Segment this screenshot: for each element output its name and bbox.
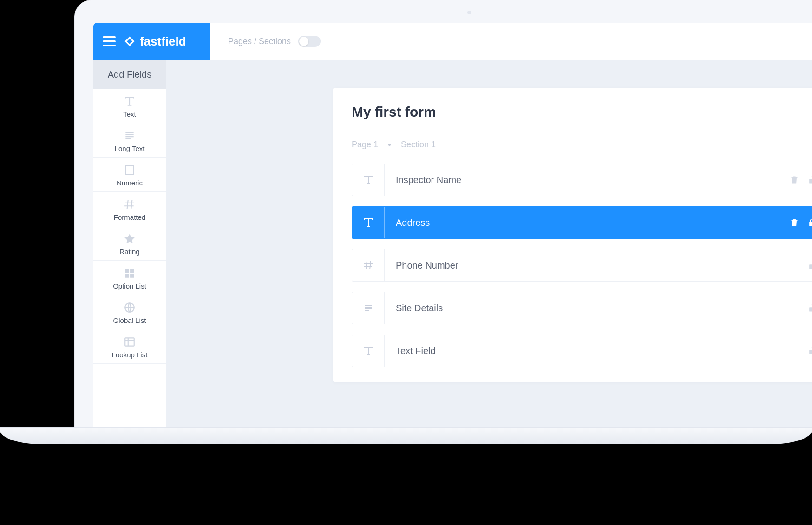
sidebar-title: Add Fields (93, 60, 166, 89)
field-row[interactable]: Site Details (352, 292, 812, 324)
field-row-label: Site Details (385, 303, 807, 314)
table-icon (93, 335, 166, 349)
unlock-icon[interactable] (807, 175, 812, 184)
field-type-longtext[interactable]: Long Text (93, 123, 166, 158)
star-icon (93, 232, 166, 246)
field-type-grid[interactable]: Option List (93, 261, 166, 295)
field-type-palette: TextLong TextNumericFormattedRatingOptio… (93, 89, 166, 427)
text-icon (352, 335, 385, 367)
trash-icon[interactable] (790, 218, 799, 227)
brand-logo[interactable]: fastfield (123, 34, 186, 49)
laptop-frame: fastfield Pages / Sections Add Fields Te… (74, 0, 812, 427)
sidebar: Add Fields TextLong TextNumericFormatted… (93, 60, 166, 427)
globe-icon (93, 301, 166, 315)
breadcrumb-section[interactable]: Section 1 (401, 140, 436, 150)
canvas: My first form Page 1 Section 1 Inspector… (166, 60, 812, 427)
longtext-icon (352, 292, 385, 324)
field-type-label: Long Text (93, 144, 166, 152)
field-row-actions (790, 218, 812, 227)
logo-icon (123, 35, 136, 48)
field-row-label: Address (385, 217, 790, 228)
trash-icon[interactable] (790, 175, 799, 184)
numeric-icon (93, 163, 166, 177)
grid-icon (93, 266, 166, 280)
field-type-label: Option List (93, 282, 166, 290)
field-row[interactable]: Inspector Name (352, 164, 812, 196)
field-type-label: Formatted (93, 213, 166, 221)
field-list: Inspector NameAddressPhone NumberSite De… (352, 164, 812, 367)
unlock-icon[interactable] (807, 303, 812, 313)
breadcrumb: Page 1 Section 1 (352, 140, 812, 150)
menu-icon[interactable] (103, 36, 116, 46)
form-title[interactable]: My first form (352, 104, 436, 120)
app-screen: fastfield Pages / Sections Add Fields Te… (93, 23, 812, 427)
longtext-icon (93, 129, 166, 143)
field-type-label: Text (93, 110, 166, 118)
pages-sections-toggle[interactable] (298, 36, 321, 47)
field-type-text[interactable]: Text (93, 89, 166, 123)
text-icon (93, 94, 166, 108)
breadcrumb-page[interactable]: Page 1 (352, 140, 378, 150)
field-type-label: Numeric (93, 179, 166, 187)
breadcrumb-separator (388, 144, 391, 146)
field-row[interactable]: Phone Number (352, 249, 812, 282)
text-icon (352, 207, 385, 238)
field-row[interactable]: Address (352, 206, 812, 239)
form-title-row: My first form (352, 103, 812, 121)
field-type-globe[interactable]: Global List (93, 295, 166, 329)
brand-name: fastfield (140, 34, 186, 49)
field-type-label: Rating (93, 248, 166, 256)
unlock-icon[interactable] (807, 261, 812, 270)
field-row-actions (807, 261, 812, 270)
laptop-base (0, 427, 812, 444)
field-type-label: Lookup List (93, 351, 166, 359)
field-row-actions (807, 346, 812, 355)
camera-dot (467, 11, 471, 14)
field-type-numeric[interactable]: Numeric (93, 158, 166, 192)
top-bar: fastfield Pages / Sections (93, 23, 812, 60)
field-row-actions (807, 303, 812, 313)
text-icon (352, 164, 385, 196)
field-row-label: Phone Number (385, 260, 807, 271)
field-type-hash[interactable]: Formatted (93, 192, 166, 226)
hash-icon (352, 249, 385, 281)
pages-sections-label: Pages / Sections (228, 37, 291, 46)
field-row[interactable]: Text Field (352, 335, 812, 367)
lock-icon[interactable] (807, 218, 812, 227)
form-panel: My first form Page 1 Section 1 Inspector… (333, 88, 812, 382)
field-type-table[interactable]: Lookup List (93, 329, 166, 364)
pages-sections-toggle-area: Pages / Sections (228, 36, 321, 47)
brand-block: fastfield (93, 23, 210, 60)
field-row-actions (790, 175, 812, 184)
field-row-label: Inspector Name (385, 175, 790, 185)
field-row-label: Text Field (385, 346, 807, 356)
field-type-star[interactable]: Rating (93, 226, 166, 261)
field-type-label: Global List (93, 316, 166, 324)
unlock-icon[interactable] (807, 346, 812, 355)
hash-icon (93, 197, 166, 211)
body: Add Fields TextLong TextNumericFormatted… (93, 60, 812, 427)
